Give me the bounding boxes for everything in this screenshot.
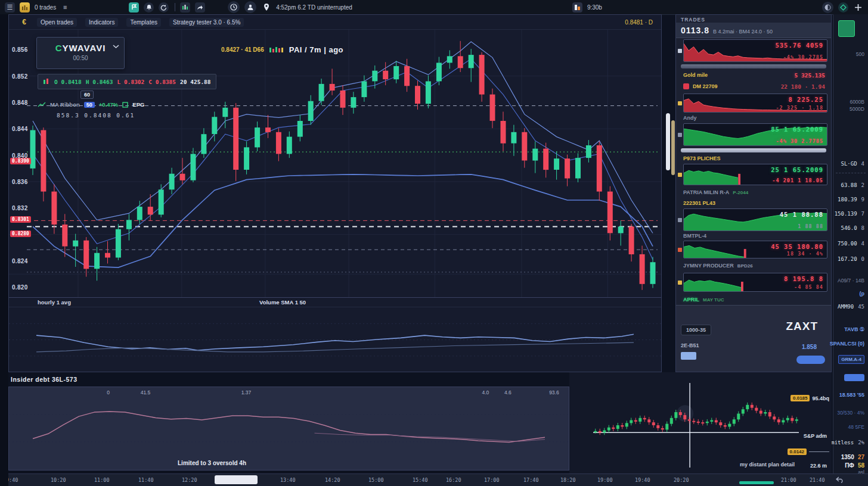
vertical-scrollbar[interactable]: [666, 113, 670, 170]
toolbar-item-1[interactable]: Indicators: [85, 18, 118, 27]
pane-left-label: hourly 1 avg: [38, 299, 71, 306]
watchlist-label-row[interactable]: Gold mile5 325.135: [676, 70, 831, 80]
watchlist-row[interactable]: 45 35 180.8018 34 · 4%: [676, 239, 831, 260]
row-price-value: 535.76 4059: [775, 42, 823, 49]
footer-link[interactable]: 1.858: [802, 344, 817, 350]
time-tick-label: 15:00: [368, 477, 384, 483]
row-label: 222301 PL43: [683, 200, 715, 206]
row-sparkline[interactable]: 85 1 65.2009-4% 30 2.7785: [683, 123, 827, 146]
layers-icon[interactable]: [838, 2, 848, 13]
watchlist-scrollbar[interactable]: [681, 148, 826, 152]
time-tick-label: 21:00: [781, 477, 796, 483]
row-change-value: 1 88 88: [798, 223, 823, 229]
watchlist-row[interactable]: 8 225.25-2 325 · 1.18: [676, 92, 831, 114]
main-chart-svg[interactable]: [9, 30, 661, 297]
app-logo-icon[interactable]: [20, 2, 30, 13]
value-main: 1350: [841, 454, 854, 460]
flag-icon[interactable]: [129, 2, 139, 13]
stats-logo-icon[interactable]: [572, 2, 582, 13]
share-icon[interactable]: [195, 2, 205, 13]
side-label[interactable]: (p: [860, 291, 865, 297]
user-icon[interactable]: [244, 1, 256, 13]
row-badge-icon: [683, 83, 689, 89]
watchlist-label-row[interactable]: JYMNY PRODUCERBPD26: [676, 260, 831, 272]
ticker-badge[interactable]: GRM.A-4: [838, 355, 864, 364]
watchlist-row[interactable]: 8 195.8 8-4 85 84: [676, 272, 831, 293]
toolbar-note: 0.8481 · D: [625, 19, 653, 26]
indicator-values: 858.3 0.8408 0.61: [57, 112, 135, 119]
value-main: AMM90: [838, 304, 854, 310]
price-axis-label: 0.856: [12, 46, 28, 53]
undo-icon[interactable]: [836, 476, 844, 483]
mini-chart-panel[interactable]: 0.0185 95.4bq S&P adm 0.0142 22.6 m my d…: [569, 372, 832, 473]
toolbar-item-0[interactable]: Open trades: [37, 18, 77, 27]
value-main: SL·GD: [841, 161, 857, 167]
session-label: 4:52pm 6.2 TD uninterrupted: [276, 4, 352, 11]
watchlist-label-row[interactable]: P973 PLICHES: [676, 154, 831, 163]
breadth-chart-panel[interactable]: Limited to 3 oversold 4h 041.51.374.04.6…: [8, 387, 569, 471]
watchlist-label-row[interactable]: Andy: [676, 114, 831, 122]
toolbar-item-3[interactable]: Strategy tester 3.0 · 6.5%: [169, 18, 244, 27]
row-change-value: -4% 30.2785: [783, 54, 823, 60]
ohlc-value: O 0.8418: [54, 79, 82, 85]
action-button[interactable]: [844, 374, 864, 381]
clock-icon[interactable]: [228, 1, 240, 13]
footer-box[interactable]: [681, 352, 696, 360]
toolbar-item-2[interactable]: Templates: [126, 18, 161, 27]
watchlist-row[interactable]: 45 1 88.881 88 88: [676, 207, 831, 232]
watchlist-scrollbar[interactable]: [681, 64, 826, 68]
candlestick-chart[interactable]: 0.8560.8520.8480.8440.8400.8360.8320.828…: [9, 30, 661, 297]
value-main: 63.88: [841, 182, 857, 188]
oscillator-pane[interactable]: [9, 307, 661, 372]
refresh-icon[interactable]: [159, 2, 169, 13]
side-label[interactable]: 18.583 '55: [839, 392, 864, 398]
watchlist-label-row[interactable]: 222301 PL43: [676, 198, 831, 207]
side-label[interactable]: SPANLCSI (0): [830, 341, 864, 347]
row-sparkline[interactable]: 45 1 88.881 88 88: [683, 208, 827, 231]
pane-separator[interactable]: hourly 1 avg Volume SMA 1 50: [9, 297, 661, 307]
pin-icon[interactable]: [261, 2, 271, 13]
watchlist-row[interactable]: 85 1 65.2009-4% 30 2.7785: [676, 122, 831, 147]
watchlist-row[interactable]: 535.76 4059-4% 30.2785: [676, 38, 831, 63]
watchlist-label-row[interactable]: DM 2270922 180 · 1.94: [676, 80, 831, 92]
time-axis[interactable]: 9:4010:2011:0011:4012:2013:4014:2015:001…: [0, 473, 868, 486]
row-sparkline[interactable]: 8 225.25-2 325 · 1.18: [683, 94, 827, 113]
row-label: DM 22709: [693, 83, 718, 89]
mini-chart-svg[interactable]: [569, 372, 832, 473]
watchlist-header[interactable]: 0113.8B 4.2mai · BM4 24.0 · 50: [676, 23, 831, 38]
candles-icon[interactable]: [180, 2, 190, 13]
indicator-badge: 50: [84, 102, 95, 108]
mini-chart-icon[interactable]: [838, 20, 855, 37]
row-sparkline[interactable]: 535.76 4059-4% 30.2785: [683, 39, 827, 62]
watchlist-row[interactable]: 25 1 65.2009-4 201 1 18.05: [676, 163, 831, 186]
oscillator-svg[interactable]: [9, 307, 661, 372]
filter-icon[interactable]: ≡: [61, 3, 69, 11]
value-sub: 9: [861, 197, 864, 202]
row-sparkline[interactable]: 45 35 180.8018 34 · 4%: [683, 241, 827, 258]
bell-icon[interactable]: [144, 2, 154, 13]
pane-center-label: Volume SMA 1 50: [259, 299, 306, 306]
tag-upper-label: 95.4bq: [812, 395, 829, 401]
footer-badge[interactable]: 1000-35: [681, 325, 711, 335]
watchlist-label-row[interactable]: BMTPL-4: [676, 232, 831, 239]
footer-action-button[interactable]: [796, 356, 825, 364]
side-label[interactable]: GRM.A-4: [838, 356, 864, 362]
watchlist-label-row[interactable]: APRILMAY TUC: [676, 293, 831, 305]
row-sparkline[interactable]: 8 195.8 8-4 85 84: [683, 273, 827, 292]
legend-candle-icon: [43, 77, 50, 86]
interval-badge[interactable]: 60: [80, 91, 94, 99]
data-value: 167.200: [838, 256, 864, 262]
action-button-pill[interactable]: [844, 374, 864, 381]
symbol-selector[interactable]: CYWAVAVI 00:50: [36, 37, 125, 69]
timeline-scrollbar-thumb[interactable]: [215, 475, 258, 484]
watchlist-label-row[interactable]: PATRIA MILIN R-AP-2044: [676, 186, 831, 198]
row-sparkline[interactable]: 25 1 65.2009-4 201 1 18.05: [683, 164, 827, 185]
value-sub: 4: [861, 161, 864, 167]
breadth-chart-svg[interactable]: [9, 387, 569, 470]
side-label[interactable]: TAVB ①: [844, 326, 864, 332]
theme-icon[interactable]: [822, 2, 833, 13]
plus-icon[interactable]: [853, 2, 863, 13]
vertical-scrollbar-secondary[interactable]: [671, 120, 675, 175]
chevron-down-icon[interactable]: [113, 45, 119, 49]
menu-icon[interactable]: ☰: [5, 2, 15, 13]
